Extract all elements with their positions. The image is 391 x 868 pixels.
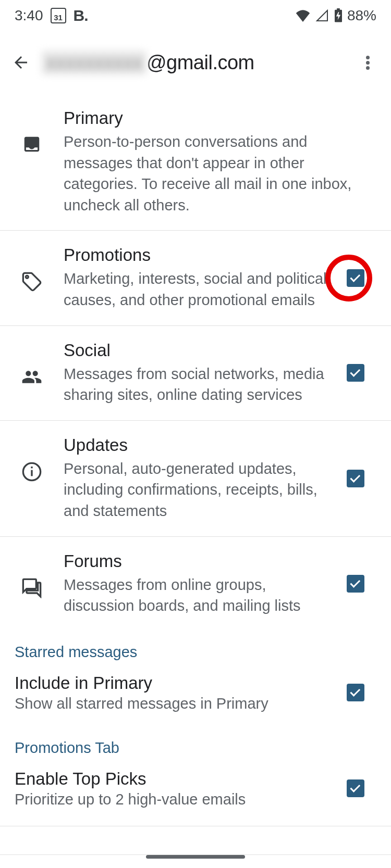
status-time: 3:40 <box>15 7 43 24</box>
info-icon <box>21 461 42 482</box>
setting-title: Enable Top Picks <box>15 769 340 789</box>
overflow-menu-button[interactable] <box>355 49 381 76</box>
updates-checkbox[interactable] <box>347 470 364 487</box>
battery-percent: 88% <box>347 7 376 24</box>
booking-icon: B. <box>74 7 88 24</box>
section-promotions-tab: Promotions Tab <box>0 727 391 762</box>
forum-icon <box>21 577 42 598</box>
status-bar: 3:40 31 B. 88% <box>0 0 391 31</box>
category-title: Forums <box>64 551 329 571</box>
signal-icon <box>315 9 329 22</box>
setting-title: Include in Primary <box>15 673 340 693</box>
promotions-checkbox[interactable] <box>347 269 364 287</box>
category-primary[interactable]: Primary Person-to-person conversations a… <box>0 94 391 230</box>
top-picks-checkbox[interactable] <box>347 779 364 797</box>
category-desc: Person-to-person conversations and messa… <box>64 131 361 216</box>
category-forums[interactable]: Forums Messages from online groups, disc… <box>0 536 391 631</box>
enable-top-picks-row[interactable]: Enable Top Picks Prioritize up to 2 high… <box>0 762 391 826</box>
setting-desc: Prioritize up to 2 high-value emails <box>15 791 340 808</box>
category-title: Promotions <box>64 245 329 265</box>
category-updates[interactable]: Updates Personal, auto-generated updates… <box>0 420 391 536</box>
social-checkbox[interactable] <box>347 364 364 382</box>
back-button[interactable] <box>10 52 31 73</box>
svg-rect-4 <box>31 467 32 468</box>
category-social[interactable]: Social Messages from social networks, me… <box>0 325 391 420</box>
page-title: xxxxxxxxxx@gmail.com <box>42 51 355 75</box>
wifi-icon <box>295 9 311 22</box>
tag-icon <box>21 271 42 292</box>
svg-rect-3 <box>31 470 32 476</box>
svg-rect-1 <box>337 8 340 10</box>
include-in-primary-row[interactable]: Include in Primary Show all starred mess… <box>0 666 391 727</box>
include-primary-checkbox[interactable] <box>347 684 364 701</box>
battery-icon <box>334 8 343 23</box>
category-promotions[interactable]: Promotions Marketing, interests, social … <box>0 230 391 325</box>
app-header: xxxxxxxxxx@gmail.com <box>0 31 391 94</box>
category-title: Primary <box>64 108 361 128</box>
forums-checkbox[interactable] <box>347 575 364 593</box>
category-desc: Messages from online groups, discussion … <box>64 574 329 617</box>
category-title: Social <box>64 341 329 360</box>
category-desc: Personal, auto-generated updates, includ… <box>64 458 329 522</box>
people-icon <box>21 367 42 387</box>
category-title: Updates <box>64 435 329 455</box>
nav-handle[interactable] <box>146 855 245 859</box>
category-desc: Marketing, interests, social and politic… <box>64 268 329 310</box>
section-starred: Starred messages <box>0 631 391 666</box>
inbox-icon <box>22 134 42 154</box>
calendar-icon: 31 <box>51 8 66 23</box>
setting-desc: Show all starred messages in Primary <box>15 695 340 712</box>
category-desc: Messages from social networks, media sha… <box>64 363 329 406</box>
